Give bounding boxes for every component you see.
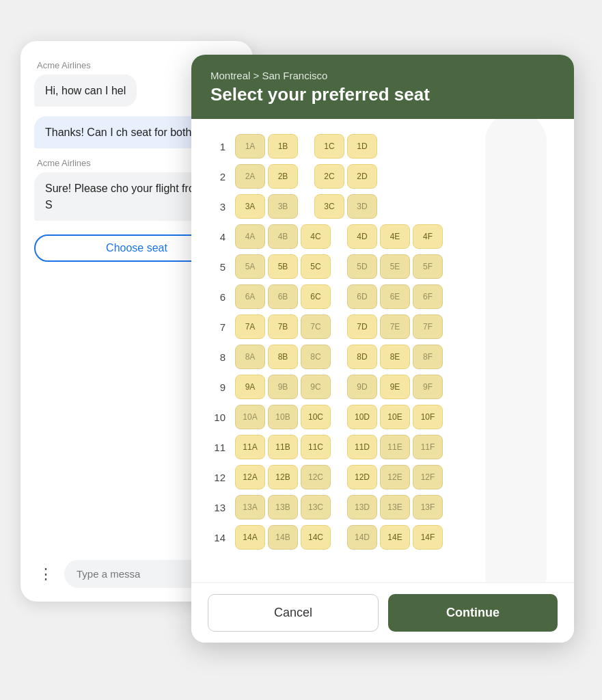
modal-route: Montreal > San Francisco: [210, 70, 555, 81]
row-number: 4: [208, 231, 234, 243]
seat-3a[interactable]: 3A: [235, 194, 265, 219]
seat-8e[interactable]: 8E: [380, 345, 410, 369]
seat-10c[interactable]: 10C: [301, 405, 331, 429]
cancel-button[interactable]: Cancel: [208, 594, 379, 632]
seat-4c[interactable]: 4C: [301, 224, 331, 249]
seat-1a[interactable]: 1A: [235, 134, 265, 159]
modal-body: 11A1B1C1D22A2B2C2D33A3B3C3D44A4B4C4D4E4F…: [191, 119, 574, 582]
seat-4e[interactable]: 4E: [380, 224, 410, 249]
seat-6c[interactable]: 6C: [301, 284, 331, 309]
seat-14f[interactable]: 14F: [413, 525, 443, 550]
seat-8d[interactable]: 8D: [347, 345, 377, 369]
seat-11b[interactable]: 11B: [268, 435, 298, 459]
seat-row: 1212A12B12C12D12E12F: [208, 463, 558, 491]
seat-3c[interactable]: 3C: [314, 194, 344, 219]
seat-6a[interactable]: 6A: [235, 284, 265, 309]
seat-6f[interactable]: 6F: [413, 284, 443, 309]
seat-6e[interactable]: 6E: [380, 284, 410, 309]
seat-9f[interactable]: 9F: [413, 375, 443, 399]
seat-row: 55A5B5C5D5E5F: [208, 253, 558, 280]
seat-8f[interactable]: 8F: [413, 345, 443, 369]
seat-10b[interactable]: 10B: [268, 405, 298, 429]
seat-7e[interactable]: 7E: [380, 314, 410, 339]
seat-9b[interactable]: 9B: [268, 375, 298, 399]
seat-7c[interactable]: 7C: [301, 314, 331, 339]
row-number: 2: [208, 171, 234, 183]
seat-13b[interactable]: 13B: [268, 495, 298, 520]
seat-9a[interactable]: 9A: [235, 375, 265, 399]
seat-2c[interactable]: 2C: [314, 164, 344, 189]
seat-3b[interactable]: 3B: [268, 194, 298, 219]
seat-7b[interactable]: 7B: [268, 314, 298, 339]
seat-4a[interactable]: 4A: [235, 224, 265, 249]
seat-1d[interactable]: 1D: [347, 134, 377, 159]
seat-14e[interactable]: 14E: [380, 525, 410, 550]
seat-10f[interactable]: 10F: [413, 405, 443, 429]
seat-5e[interactable]: 5E: [380, 254, 410, 279]
seat-11a[interactable]: 11A: [235, 435, 265, 459]
seat-14b[interactable]: 14B: [268, 525, 298, 550]
seat-2d[interactable]: 2D: [347, 164, 377, 189]
row-number: 11: [208, 442, 234, 453]
seat-12c[interactable]: 12C: [301, 465, 331, 489]
seat-12f[interactable]: 12F: [413, 465, 443, 489]
seat-10a[interactable]: 10A: [235, 405, 265, 429]
seat-5d[interactable]: 5D: [347, 254, 377, 279]
seat-10e[interactable]: 10E: [380, 405, 410, 429]
seat-2b[interactable]: 2B: [268, 164, 298, 189]
seat-13d[interactable]: 13D: [347, 495, 377, 520]
seat-2a[interactable]: 2A: [235, 164, 265, 189]
seat-11c[interactable]: 11C: [301, 435, 331, 459]
seat-7a[interactable]: 7A: [235, 314, 265, 339]
seat-row: 11A1B1C1D: [208, 133, 558, 160]
modal-title: Select your preferred seat: [210, 84, 555, 105]
seat-row: 1414A14B14C14D14E14F: [208, 524, 558, 551]
seat-8c[interactable]: 8C: [301, 345, 331, 369]
seat-row: 99A9B9C9D9E9F: [208, 373, 558, 401]
seat-4d[interactable]: 4D: [347, 224, 377, 249]
seat-13a[interactable]: 13A: [235, 495, 265, 520]
seat-12a[interactable]: 12A: [235, 465, 265, 489]
row-number: 7: [208, 321, 234, 333]
seat-4f[interactable]: 4F: [413, 224, 443, 249]
seat-9e[interactable]: 9E: [380, 375, 410, 399]
seat-1b[interactable]: 1B: [268, 134, 298, 159]
seat-13c[interactable]: 13C: [301, 495, 331, 520]
seat-5a[interactable]: 5A: [235, 254, 265, 279]
seat-4b[interactable]: 4B: [268, 224, 298, 249]
seat-11d[interactable]: 11D: [347, 435, 377, 459]
more-options-icon[interactable]: ⋮: [34, 563, 57, 586]
continue-button[interactable]: Continue: [388, 594, 558, 632]
row-number: 14: [208, 532, 234, 543]
seat-8a[interactable]: 8A: [235, 345, 265, 369]
seat-14d[interactable]: 14D: [347, 525, 377, 550]
seat-14a[interactable]: 14A: [235, 525, 265, 550]
seat-5c[interactable]: 5C: [301, 254, 331, 279]
seat-9d[interactable]: 9D: [347, 375, 377, 399]
modal-footer: Cancel Continue: [191, 582, 574, 643]
seat-7d[interactable]: 7D: [347, 314, 377, 339]
seat-13f[interactable]: 13F: [413, 495, 443, 520]
seat-8b[interactable]: 8B: [268, 345, 298, 369]
row-number: 1: [208, 141, 234, 152]
seat-row: 44A4B4C4D4E4F: [208, 223, 558, 250]
seat-5f[interactable]: 5F: [413, 254, 443, 279]
row-number: 13: [208, 502, 234, 513]
seat-12b[interactable]: 12B: [268, 465, 298, 489]
seat-7f[interactable]: 7F: [413, 314, 443, 339]
seat-5b[interactable]: 5B: [268, 254, 298, 279]
seat-11f[interactable]: 11F: [413, 435, 443, 459]
seat-13e[interactable]: 13E: [380, 495, 410, 520]
seat-3d[interactable]: 3D: [347, 194, 377, 219]
seat-11e[interactable]: 11E: [380, 435, 410, 459]
seat-12e[interactable]: 12E: [380, 465, 410, 489]
seat-6d[interactable]: 6D: [347, 284, 377, 309]
seat-6b[interactable]: 6B: [268, 284, 298, 309]
seat-12d[interactable]: 12D: [347, 465, 377, 489]
seat-1c[interactable]: 1C: [314, 134, 344, 159]
row-number: 10: [208, 412, 234, 423]
seat-row: 77A7B7C7D7E7F: [208, 313, 558, 340]
seat-10d[interactable]: 10D: [347, 405, 377, 429]
seat-14c[interactable]: 14C: [301, 525, 331, 550]
seat-9c[interactable]: 9C: [301, 375, 331, 399]
